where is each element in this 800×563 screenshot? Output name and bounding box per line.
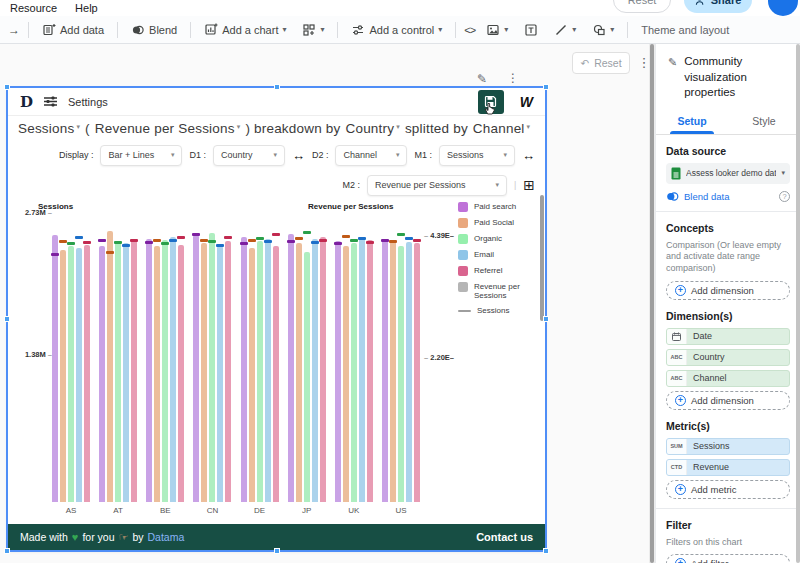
legend-label: Sessions	[477, 306, 509, 315]
chart-reset-label: Reset	[594, 57, 621, 69]
resize-handle-se[interactable]	[543, 548, 549, 554]
chart-reset-button[interactable]: ↶ Reset	[572, 52, 630, 74]
tab-style[interactable]: Style	[728, 109, 800, 134]
share-button[interactable]: Share	[684, 0, 752, 13]
add-chart-button[interactable]: Add a chart ▾	[199, 20, 291, 40]
title-dim1-dropdown[interactable]: Country▾	[345, 121, 399, 136]
resize-handle-sw[interactable]	[4, 548, 10, 554]
insert-line-button[interactable]: ▾	[549, 20, 581, 40]
title-metric1-dropdown[interactable]: Sessions▾	[18, 121, 80, 136]
undo-icon: ↶	[580, 57, 589, 69]
add-dimension-button[interactable]: + Add dimension	[666, 391, 790, 410]
blend-button[interactable]: Blend	[126, 20, 182, 40]
m2-label: M2 :	[342, 180, 360, 190]
sessions-bar	[154, 246, 160, 502]
swap-metrics-icon[interactable]: ↔	[522, 148, 535, 163]
revenue-marker	[381, 239, 389, 242]
widget-footer: Made with ♥ for you ☞ by Datama Contact …	[8, 524, 545, 550]
settings-label[interactable]: Settings	[68, 96, 108, 108]
bars-row	[288, 200, 326, 502]
canvas-scrollbar-thumb[interactable]	[650, 44, 654, 563]
blend-icon	[131, 23, 145, 37]
sessions-bar	[217, 246, 223, 502]
save-button[interactable]	[478, 90, 504, 114]
community-viz-button[interactable]: ▾	[297, 20, 329, 40]
bar-CN-Paid Social	[201, 200, 207, 502]
sessions-bar	[265, 239, 271, 502]
dimension-chip-channel[interactable]: ABC Channel	[666, 370, 790, 387]
table-view-icon[interactable]: ⊞	[523, 177, 535, 193]
legend-item: Organic	[458, 234, 544, 244]
controls-row-1: Display : Bar + Lines▾ D1 : Country▾ ↔ D…	[8, 140, 545, 170]
pencil-icon: ✎	[668, 56, 677, 101]
resize-handle-nw[interactable]	[4, 84, 10, 90]
add-filter-label: Add filter	[691, 558, 729, 563]
blend-data-button[interactable]: Blend data ?	[666, 191, 790, 202]
swap-dims-icon[interactable]: ↔	[292, 148, 305, 163]
resize-handle-e[interactable]	[543, 316, 549, 322]
bar-US-Paid search	[382, 200, 388, 502]
theme-layout-button[interactable]: Theme and layout	[636, 21, 734, 39]
settings-sliders-icon[interactable]	[43, 95, 58, 108]
datama-w-mark[interactable]: W	[514, 94, 539, 110]
legend-square-swatch	[458, 202, 468, 212]
title-metric2-dropdown[interactable]: Revenue per Sessions▾	[95, 121, 241, 136]
panel-scrollbar-thumb[interactable]	[796, 44, 800, 563]
forward-arrow-icon[interactable]: →	[8, 23, 20, 37]
dimension-chip-date[interactable]: Date	[666, 328, 790, 345]
comparison-hint: Comparison (Or leave empty and activate …	[666, 240, 790, 275]
dimension-chip-country[interactable]: ABC Country	[666, 349, 790, 366]
sessions-bar	[367, 240, 373, 502]
menu-help[interactable]: Help	[75, 2, 98, 14]
x-axis-label: JP	[288, 506, 326, 515]
bar-CN-Paid search	[193, 200, 199, 502]
m1-select[interactable]: Sessions▾	[439, 145, 515, 166]
d2-select[interactable]: Channel▾	[335, 145, 407, 166]
panel-title: Community visualization properties	[684, 54, 790, 101]
resize-handle-s[interactable]	[274, 548, 280, 554]
help-icon[interactable]: ?	[779, 191, 790, 202]
add-control-button[interactable]: Add a control ▾	[346, 20, 447, 40]
add-comparison-dimension-button[interactable]: + Add dimension	[666, 281, 790, 300]
menu-resource[interactable]: Resource	[10, 2, 57, 14]
bar-AT-Organic	[115, 200, 121, 502]
sessions-bar	[382, 239, 388, 502]
add-metric-button[interactable]: + Add metric	[666, 480, 790, 499]
datama-link[interactable]: Datama	[147, 531, 184, 543]
right-axis-tick: 2.20E–	[424, 353, 454, 362]
resize-handle-n[interactable]	[274, 84, 280, 90]
view-button[interactable]	[768, 0, 798, 16]
title-dim2-dropdown[interactable]: Channel▾	[473, 121, 530, 136]
chevron-down-icon: ▾	[527, 123, 531, 131]
sessions-bar	[76, 248, 82, 502]
m2-select[interactable]: Revenue per Sessions▾	[367, 175, 507, 196]
metric-chip-sessions[interactable]: SUM Sessions	[666, 438, 790, 455]
bar-UK-Email	[359, 200, 365, 502]
resize-handle-ne[interactable]	[543, 84, 549, 90]
insert-shape-button[interactable]: ▾	[587, 20, 619, 40]
embed-code-icon[interactable]: <>	[464, 24, 475, 36]
contact-us-link[interactable]: Contact us	[476, 531, 533, 543]
legend-label: Paid Social	[474, 218, 514, 227]
data-source-select[interactable]: Assess looker demo data -... ▾	[666, 163, 790, 184]
widget-more-menu[interactable]: ⋮	[507, 71, 519, 85]
add-filter-button[interactable]: + Add filter	[666, 554, 790, 563]
d1-select[interactable]: Country▾	[213, 145, 285, 166]
revenue-marker	[153, 239, 161, 242]
resize-handle-w[interactable]	[4, 316, 10, 322]
reset-button-top[interactable]: Reset	[613, 0, 671, 13]
edit-pencil-icon[interactable]: ✎	[477, 72, 487, 86]
ctd-aggregation-icon: CTD	[667, 460, 687, 475]
display-select[interactable]: Bar + Lines▾	[100, 145, 182, 166]
chart-region: Sessions Revenue per Sessions 2.73M 1.38…	[8, 200, 545, 520]
add-data-button[interactable]: Add data	[37, 20, 109, 40]
community-viz-widget[interactable]: D Settings W Sessions▾ ( Revenue per Ses…	[8, 88, 545, 550]
insert-image-button[interactable]: ▾	[481, 20, 513, 40]
metric-chip-revenue[interactable]: CTD Revenue	[666, 459, 790, 476]
bar-group-UK	[335, 200, 373, 502]
report-canvas[interactable]: ↶ Reset ⋮ ✎ ⋮ D Setti	[0, 44, 649, 563]
chevron-down-icon: ▾	[504, 25, 508, 34]
tab-setup[interactable]: Setup	[656, 109, 728, 134]
widget-scrollbar-thumb[interactable]	[540, 195, 544, 321]
insert-text-button[interactable]	[519, 20, 543, 40]
